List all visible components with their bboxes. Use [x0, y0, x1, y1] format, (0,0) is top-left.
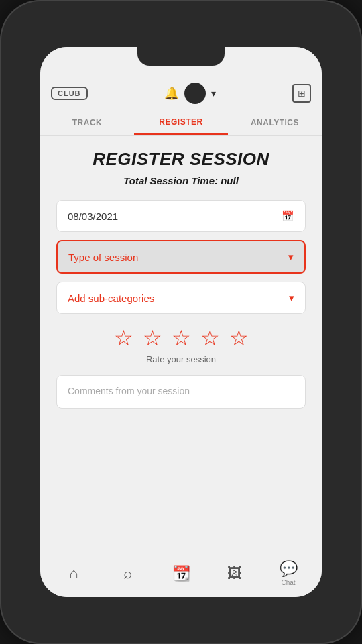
phone-screen: CLUB 🔔 ▾ ⊞ TRACK REGISTER ANALYTICS REGI… — [40, 47, 322, 597]
page-title: REGISTER SESSION — [56, 149, 306, 170]
main-content: REGISTER SESSION Total Session Time: nul… — [40, 136, 322, 549]
avatar[interactable] — [184, 83, 206, 104]
nav-gallery[interactable]: 🖼 — [218, 565, 251, 582]
session-time: Total Session Time: null — [56, 175, 306, 186]
type-of-session-label: Type of session — [68, 252, 138, 263]
expand-icon[interactable]: ⊞ — [292, 84, 311, 103]
star-5[interactable]: ☆ — [229, 327, 249, 349]
chevron-down-icon-sub: ▾ — [289, 292, 294, 304]
chat-label: Chat — [281, 579, 295, 586]
star-2[interactable]: ☆ — [143, 327, 162, 349]
top-nav: CLUB 🔔 ▾ ⊞ — [40, 76, 322, 110]
star-4[interactable]: ☆ — [200, 327, 220, 349]
calendar-nav-icon: 📆 — [172, 565, 190, 582]
date-field[interactable]: 08/03/2021 📅 — [56, 200, 306, 232]
phone-frame: CLUB 🔔 ▾ ⊞ TRACK REGISTER ANALYTICS REGI… — [0, 0, 362, 644]
comments-placeholder: Comments from your session — [68, 386, 190, 396]
tab-track[interactable]: TRACK — [40, 110, 134, 135]
tab-bar: TRACK REGISTER ANALYTICS — [40, 110, 322, 136]
star-1[interactable]: ☆ — [114, 327, 133, 349]
bottom-nav: ⌂ ⌕ 📆 🖼 💬 Chat — [40, 549, 322, 597]
chat-icon: 💬 — [280, 560, 298, 578]
chevron-down-icon[interactable]: ▾ — [211, 88, 216, 99]
nav-chat[interactable]: 💬 Chat — [272, 560, 305, 586]
notch — [137, 47, 225, 66]
comments-field[interactable]: Comments from your session — [56, 375, 306, 409]
tab-register[interactable]: REGISTER — [134, 110, 228, 135]
club-badge[interactable]: CLUB — [51, 87, 88, 100]
nav-calendar[interactable]: 📆 — [164, 565, 198, 582]
nav-center: 🔔 ▾ — [164, 83, 216, 104]
star-rating[interactable]: ☆ ☆ ☆ ☆ ☆ — [56, 327, 306, 349]
nav-search[interactable]: ⌕ — [111, 565, 144, 582]
nav-home[interactable]: ⌂ — [57, 565, 90, 582]
chevron-down-icon: ▾ — [288, 251, 294, 263]
type-of-session-dropdown[interactable]: Type of session ▾ — [56, 240, 306, 274]
bell-icon[interactable]: 🔔 — [164, 86, 179, 101]
sub-categories-label: Add sub-categories — [68, 292, 154, 304]
date-value: 08/03/2021 — [68, 211, 118, 222]
sub-categories-dropdown[interactable]: Add sub-categories ▾ — [56, 282, 306, 314]
search-icon: ⌕ — [123, 565, 132, 582]
gallery-icon: 🖼 — [227, 565, 242, 582]
star-3[interactable]: ☆ — [172, 327, 191, 349]
tab-analytics[interactable]: ANALYTICS — [228, 110, 322, 135]
rate-label: Rate your session — [56, 354, 306, 364]
home-icon: ⌂ — [69, 565, 78, 582]
calendar-icon: 📅 — [282, 210, 294, 222]
